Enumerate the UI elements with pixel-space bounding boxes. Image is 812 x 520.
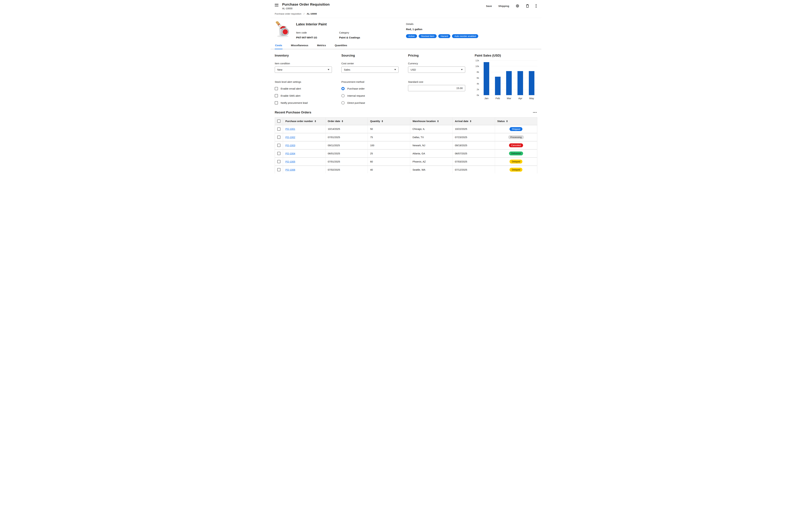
breadcrumb-parent-link[interactable]: Purchase order requisition <box>275 12 302 15</box>
checkbox[interactable] <box>275 101 278 104</box>
cost-center-select[interactable]: Sales <box>341 67 398 73</box>
column-header[interactable]: Purchase order number <box>283 118 326 125</box>
currency-label: Currency <box>408 62 465 65</box>
checkbox[interactable] <box>275 87 278 90</box>
status-badge: Shipped <box>509 127 523 131</box>
bar <box>506 71 512 95</box>
sort-icon[interactable] <box>506 120 508 122</box>
row-checkbox[interactable] <box>277 144 280 147</box>
table-row: PO-100607/02/202540Seattle, WA07/12/2025… <box>275 166 537 174</box>
y-tick-label: 2k <box>477 88 479 90</box>
settings-icon[interactable] <box>515 4 519 8</box>
cell-order_date: 07/01/2025 <box>325 158 368 166</box>
radio-row[interactable]: Direct purchase <box>341 101 398 104</box>
sourcing-heading: Sourcing <box>341 54 398 57</box>
shipping-button[interactable]: Shipping <box>498 5 509 7</box>
sourcing-section: Sourcing Cost center Sales Procurement m… <box>341 54 398 104</box>
sort-icon[interactable] <box>470 120 471 122</box>
column-header[interactable]: Quantity <box>368 118 410 125</box>
checkbox-row[interactable]: Enable email alert <box>275 87 332 90</box>
column-header-label: Order date <box>328 120 340 123</box>
checkbox-row[interactable]: Notify procurement lead <box>275 101 332 104</box>
column-header[interactable]: Status <box>495 118 537 125</box>
cell-quantity: 50 <box>368 125 410 133</box>
more-options-icon[interactable] <box>536 4 537 8</box>
item-condition-label: Item condition <box>275 62 332 65</box>
po-number-link[interactable]: PO-1001 <box>285 128 295 130</box>
checkbox[interactable] <box>275 94 278 97</box>
po-number-link[interactable]: PO-1006 <box>285 168 295 171</box>
cell-arrival: 10/22/2025 <box>452 125 495 133</box>
radio-row[interactable]: Internal request <box>341 94 398 97</box>
chart-title: Paint Sales (USD) <box>475 54 537 57</box>
cell-warehouse: Dallas, TX <box>410 133 452 141</box>
table-more-options-icon[interactable] <box>532 111 537 114</box>
row-checkbox[interactable] <box>277 168 280 171</box>
bar <box>484 62 489 95</box>
tab-metrics[interactable]: Metrics <box>317 43 326 49</box>
column-header-label: Status <box>497 120 505 123</box>
checkbox-label: Notify procurement lead <box>281 101 308 104</box>
row-checkbox[interactable] <box>277 160 280 163</box>
po-number-cell: PO-1001 <box>283 125 326 133</box>
table-row: PO-100110/14/202550Chicago, IL10/22/2025… <box>275 125 537 133</box>
po-number-link[interactable]: PO-1005 <box>285 160 295 163</box>
tab-quantities[interactable]: Quantities <box>334 43 347 49</box>
column-header-label: Warehouse location <box>413 120 436 123</box>
column-header[interactable]: Arrival date <box>452 118 495 125</box>
sort-icon[interactable] <box>315 120 316 122</box>
column-header-inner: Arrival date <box>455 120 471 123</box>
status-badge: Active <box>406 34 417 38</box>
sort-icon[interactable] <box>382 120 383 122</box>
cell-arrival: 07/03/2025 <box>452 158 495 166</box>
product-badges: ActiveStocked itemHazardAuto reorder ena… <box>406 34 537 38</box>
bar-slot <box>526 60 537 95</box>
radio-button[interactable] <box>341 101 344 104</box>
chevron-down-icon <box>394 69 396 70</box>
sort-down-icon <box>315 121 316 122</box>
status-cell: Canceled <box>495 141 537 150</box>
bar <box>495 77 501 95</box>
radio-button[interactable] <box>341 94 344 97</box>
sort-icon[interactable] <box>437 120 439 122</box>
chart-plot-area <box>481 60 537 95</box>
tab-miscellaneous[interactable]: Miscellaneous <box>291 43 309 49</box>
hamburger-menu-icon[interactable] <box>275 4 278 10</box>
po-number-cell: PO-1006 <box>283 166 326 174</box>
checkbox-label: Enable email alert <box>281 87 301 90</box>
cell-quantity: 100 <box>368 141 410 150</box>
sort-icon[interactable] <box>342 120 343 122</box>
radio-row[interactable]: Purchase order <box>341 87 398 90</box>
save-button[interactable]: Save <box>486 5 492 7</box>
row-checkbox-cell <box>275 125 283 133</box>
cell-order_date: 09/11/2025 <box>325 141 368 150</box>
radio-button[interactable] <box>341 87 344 90</box>
sort-up-icon <box>315 120 316 121</box>
purchase-order-requisition-page: Purchase Order Requisition AL-10000 Save… <box>271 0 541 173</box>
bar-slot <box>492 60 503 95</box>
po-number-link[interactable]: PO-1003 <box>285 144 295 147</box>
currency-select[interactable]: USD <box>408 67 465 73</box>
select-all-checkbox[interactable] <box>277 120 280 123</box>
standard-cost-input[interactable] <box>408 85 465 91</box>
status-badge: Processing <box>508 135 524 139</box>
row-checkbox[interactable] <box>277 136 280 139</box>
tab-costs[interactable]: Costs <box>275 43 282 49</box>
column-header-label: Arrival date <box>455 120 469 123</box>
column-header[interactable]: Warehouse location <box>410 118 452 125</box>
status-badge: Auto reorder enabled <box>452 34 478 38</box>
checkbox-label: Enable SMS alert <box>281 94 301 97</box>
row-checkbox[interactable] <box>277 152 280 155</box>
category-value: Paint & Coatings <box>339 36 360 39</box>
item-condition-select[interactable]: New <box>275 67 332 73</box>
row-checkbox-cell <box>275 158 283 166</box>
status-badge: Stocked item <box>419 34 437 38</box>
po-number-link[interactable]: PO-1002 <box>285 136 295 139</box>
trash-icon[interactable] <box>526 4 529 8</box>
checkbox-row[interactable]: Enable SMS alert <box>275 94 332 97</box>
row-checkbox[interactable] <box>277 127 280 131</box>
po-number-link[interactable]: PO-1004 <box>285 152 295 155</box>
column-header[interactable]: Order date <box>325 118 368 125</box>
currency-value: USD <box>411 68 416 71</box>
cell-warehouse: Phoenix, AZ <box>410 158 452 166</box>
